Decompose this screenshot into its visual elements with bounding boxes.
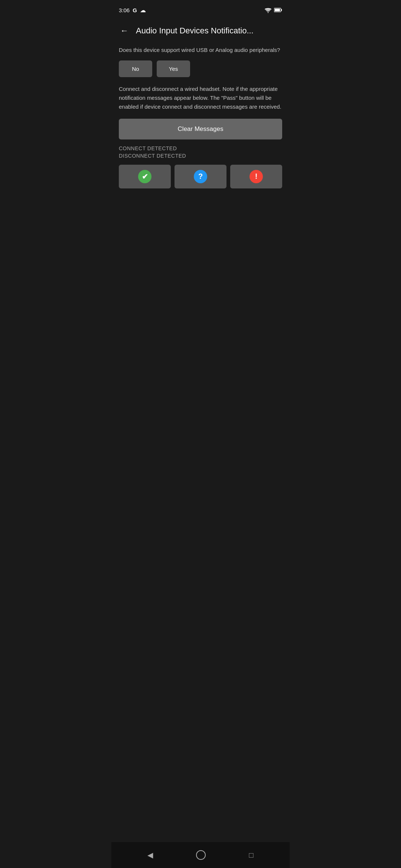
- header: ← Audio Input Devices Notificatio...: [111, 19, 290, 43]
- yes-no-buttons: No Yes: [119, 60, 282, 77]
- info-icon: ?: [194, 170, 207, 183]
- disconnect-detected-text: DISCONNECT DETECTED: [119, 153, 282, 159]
- battery-icon: [274, 7, 282, 13]
- google-icon: G: [133, 7, 137, 13]
- pass-icon: ✔: [138, 170, 151, 183]
- yes-button[interactable]: Yes: [157, 60, 190, 77]
- svg-rect-3: [275, 9, 280, 11]
- instruction-text: Connect and disconnect a wired headset. …: [119, 85, 282, 111]
- svg-point-0: [268, 12, 269, 13]
- action-buttons-row: ✔ ? !: [119, 165, 282, 188]
- nav-home-button[interactable]: [193, 847, 209, 863]
- question-text: Does this device support wired USB or An…: [119, 46, 282, 55]
- nav-bar: ◀ □: [111, 842, 290, 868]
- wifi-icon: [264, 7, 272, 13]
- info-button[interactable]: ?: [175, 165, 226, 188]
- svg-point-4: [196, 851, 205, 859]
- fail-icon: !: [250, 170, 263, 183]
- connect-detected-text: CONNECT DETECTED: [119, 145, 282, 151]
- status-time: 3:06: [119, 7, 130, 13]
- fail-button[interactable]: !: [230, 165, 282, 188]
- clear-messages-button[interactable]: Clear Messages: [119, 119, 282, 139]
- nav-recents-button[interactable]: □: [246, 848, 256, 862]
- home-circle-icon: [196, 850, 206, 860]
- nav-back-button[interactable]: ◀: [144, 848, 156, 862]
- page-title: Audio Input Devices Notificatio...: [136, 26, 282, 36]
- back-button[interactable]: ←: [119, 24, 130, 37]
- main-content: Does this device support wired USB or An…: [111, 43, 290, 842]
- status-bar-left: 3:06 G ☁: [119, 7, 146, 14]
- status-bar: 3:06 G ☁: [111, 0, 290, 19]
- no-button[interactable]: No: [119, 60, 152, 77]
- status-bar-right: [264, 7, 282, 13]
- pass-button[interactable]: ✔: [119, 165, 171, 188]
- svg-rect-2: [281, 9, 282, 11]
- cloud-icon: ☁: [140, 7, 146, 14]
